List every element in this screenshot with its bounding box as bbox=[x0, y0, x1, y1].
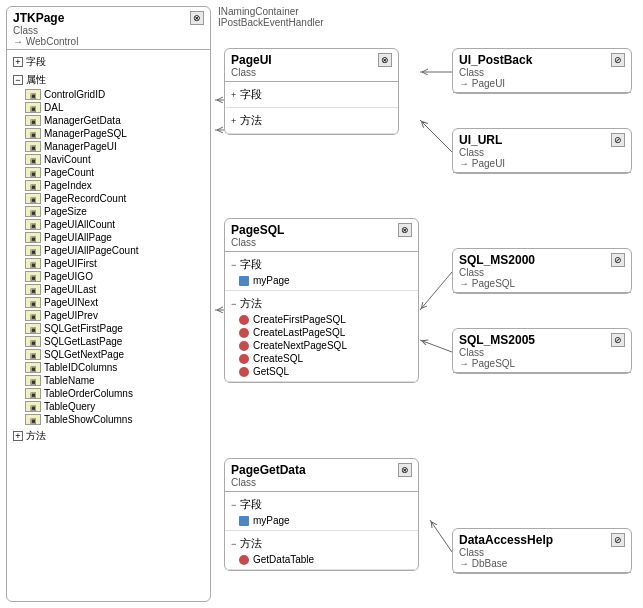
prop-icon: ▣ bbox=[25, 362, 41, 373]
prop-icon: ▣ bbox=[25, 206, 41, 217]
prop-icon: ▣ bbox=[25, 245, 41, 256]
sqlms2005-collapse[interactable]: ⊘ bbox=[611, 333, 625, 347]
pagegetdata-methods-toggle[interactable]: − bbox=[231, 539, 236, 549]
pagesql-methods-header[interactable]: − 方法 bbox=[231, 294, 412, 313]
method-icon bbox=[239, 555, 249, 565]
list-item: ▣DAL bbox=[23, 101, 206, 114]
pagegetdata-collapse[interactable]: ⊗ bbox=[398, 463, 412, 477]
pageui-fields-header[interactable]: + 字段 bbox=[231, 85, 392, 104]
list-item: ▣PageUIAllPage bbox=[23, 231, 206, 244]
pagesql-methods-toggle[interactable]: − bbox=[231, 299, 236, 309]
sqlms2000-title: SQL_MS2000 bbox=[459, 253, 535, 267]
properties-section-header[interactable]: − 属性 bbox=[11, 72, 206, 88]
pagesql-title: PageSQL bbox=[231, 223, 284, 237]
sqlms2005-inheritance: → PageSQL bbox=[459, 358, 535, 369]
list-item: ▣PageCount bbox=[23, 166, 206, 179]
pageui-subtitle: Class bbox=[231, 67, 272, 78]
methods-toggle[interactable]: + bbox=[13, 431, 23, 441]
prop-icon: ▣ bbox=[25, 115, 41, 126]
list-item: ▣PageRecordCount bbox=[23, 192, 206, 205]
panel-subtitle: Class bbox=[13, 25, 78, 36]
dataaccesshelp-collapse[interactable]: ⊘ bbox=[611, 533, 625, 547]
top-note: INamingContainer IPostBackEventHandler bbox=[218, 6, 324, 28]
pagesql-collapse[interactable]: ⊗ bbox=[398, 223, 412, 237]
pageui-fields-section: + 字段 bbox=[225, 82, 398, 108]
panel-collapse-btn[interactable]: ⊗ bbox=[190, 11, 204, 25]
pagesql-method-0: CreateFirstPageSQL bbox=[231, 313, 412, 326]
pagegetdata-methods-header[interactable]: − 方法 bbox=[231, 534, 412, 553]
pageui-fields-toggle[interactable]: + bbox=[231, 90, 236, 100]
prop-icon: ▣ bbox=[25, 219, 41, 230]
pageui-collapse[interactable]: ⊗ bbox=[378, 53, 392, 67]
prop-icon: ▣ bbox=[25, 284, 41, 295]
sqlms2000-collapse[interactable]: ⊘ bbox=[611, 253, 625, 267]
pagegetdata-method-0: GetDataTable bbox=[231, 553, 412, 566]
pagegetdata-subtitle: Class bbox=[231, 477, 306, 488]
properties-toggle[interactable]: − bbox=[13, 75, 23, 85]
pagesql-method-2: CreateNextPageSQL bbox=[231, 339, 412, 352]
list-item: ▣TableShowColumns bbox=[23, 413, 206, 426]
prop-icon: ▣ bbox=[25, 193, 41, 204]
field-icon bbox=[239, 276, 249, 286]
pagesql-fields-header[interactable]: − 字段 bbox=[231, 255, 412, 274]
method-icon bbox=[239, 367, 249, 377]
uipostback-collapse[interactable]: ⊘ bbox=[611, 53, 625, 67]
pagegetdata-title: PageGetData bbox=[231, 463, 306, 477]
uiurl-collapse[interactable]: ⊘ bbox=[611, 133, 625, 147]
prop-icon: ▣ bbox=[25, 128, 41, 139]
pagegetdata-methods-label: 方法 bbox=[240, 536, 262, 551]
list-item: ▣PageUIGO bbox=[23, 270, 206, 283]
prop-icon: ▣ bbox=[25, 141, 41, 152]
prop-icon: ▣ bbox=[25, 102, 41, 113]
pageui-methods-header[interactable]: + 方法 bbox=[231, 111, 392, 130]
method-icon bbox=[239, 341, 249, 351]
panel-inheritance: → WebControl bbox=[13, 36, 78, 47]
uiurl-title: UI_URL bbox=[459, 133, 505, 147]
list-item: ▣PageUILast bbox=[23, 283, 206, 296]
pagesql-methods-label: 方法 bbox=[240, 296, 262, 311]
prop-icon: ▣ bbox=[25, 323, 41, 334]
methods-section-header[interactable]: + 方法 bbox=[11, 428, 206, 444]
pagegetdata-fields-section: − 字段 myPage bbox=[225, 492, 418, 531]
pagesql-fields-toggle[interactable]: − bbox=[231, 260, 236, 270]
pageui-methods-section: + 方法 bbox=[225, 108, 398, 134]
card-pageui: PageUI Class ⊗ + 字段 + 方法 bbox=[224, 48, 399, 135]
pageui-title: PageUI bbox=[231, 53, 272, 67]
pagegetdata-field-mypage: myPage bbox=[231, 514, 412, 527]
card-ui-postback: UI_PostBack Class → PageUI ⊘ bbox=[452, 48, 632, 94]
method-icon bbox=[239, 328, 249, 338]
pagesql-subtitle: Class bbox=[231, 237, 284, 248]
prop-icon: ▣ bbox=[25, 414, 41, 425]
fields-section-header[interactable]: + 字段 bbox=[11, 54, 206, 70]
card-sql-ms2005: SQL_MS2005 Class → PageSQL ⊘ bbox=[452, 328, 632, 374]
card-dataaccesshelp: DataAccessHelp Class → DbBase ⊘ bbox=[452, 528, 632, 574]
sqlms2005-subtitle: Class bbox=[459, 347, 535, 358]
uipostback-title: UI_PostBack bbox=[459, 53, 532, 67]
dataaccesshelp-subtitle: Class bbox=[459, 547, 553, 558]
pagesql-methods-section: − 方法 CreateFirstPageSQL CreateLastPageSQ… bbox=[225, 291, 418, 382]
pageui-methods-toggle[interactable]: + bbox=[231, 116, 236, 126]
card-pagesql: PageSQL Class ⊗ − 字段 myPage − 方法 CreateF… bbox=[224, 218, 419, 383]
list-item: ▣ManagerPageSQL bbox=[23, 127, 206, 140]
card-pagegetdata: PageGetData Class ⊗ − 字段 myPage − 方法 Get… bbox=[224, 458, 419, 571]
pagegetdata-fields-header[interactable]: − 字段 bbox=[231, 495, 412, 514]
fields-label: 字段 bbox=[26, 55, 46, 69]
list-item: ▣SQLGetFirstPage bbox=[23, 322, 206, 335]
prop-icon: ▣ bbox=[25, 232, 41, 243]
pagegetdata-fields-toggle[interactable]: − bbox=[231, 500, 236, 510]
prop-icon: ▣ bbox=[25, 336, 41, 347]
left-panel-jtkpage: JTKPage Class → WebControl ⊗ + 字段 − 属性 ▣… bbox=[6, 6, 211, 602]
list-item: ▣PageIndex bbox=[23, 179, 206, 192]
methods-label: 方法 bbox=[26, 429, 46, 443]
fields-toggle[interactable]: + bbox=[13, 57, 23, 67]
properties-list: ▣ControlGridID▣DAL▣ManagerGetData▣Manage… bbox=[23, 88, 206, 426]
list-item: ▣SQLGetNextPage bbox=[23, 348, 206, 361]
pagesql-method-1: CreateLastPageSQL bbox=[231, 326, 412, 339]
list-item: ▣PageUINext bbox=[23, 296, 206, 309]
list-item: ▣PageUIAllCount bbox=[23, 218, 206, 231]
pagesql-fields-label: 字段 bbox=[240, 257, 262, 272]
pagegetdata-fields-label: 字段 bbox=[240, 497, 262, 512]
list-item: ▣PageUIPrev bbox=[23, 309, 206, 322]
list-item: ▣TableOrderColumns bbox=[23, 387, 206, 400]
uipostback-inheritance: → PageUI bbox=[459, 78, 532, 89]
